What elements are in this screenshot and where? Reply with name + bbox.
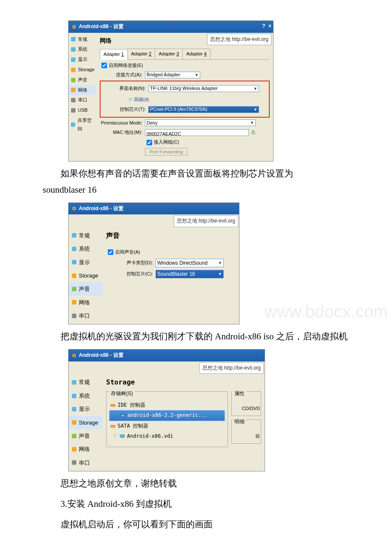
mac-value: 080027AEAD2C (147, 131, 181, 136)
sidebar-item-network[interactable]: 网络 (69, 442, 103, 456)
sidebar-item-usb[interactable]: USB (69, 105, 96, 116)
sidebar-item-disk[interactable]: Storage (69, 65, 96, 75)
sidebar: 常规系统显示Storage声音网络串口 (69, 227, 103, 324)
sidebar-label: 共享空间 (78, 116, 95, 133)
sidebar-item-folder[interactable]: 共享空间 (69, 116, 96, 134)
sidebar-item-chip[interactable]: 系统 (69, 389, 103, 402)
display-icon (71, 259, 77, 265)
adapter-tab-2[interactable]: Adapter 2 (127, 49, 156, 59)
sata-controller[interactable]: SATA 控制器 (109, 421, 225, 431)
disk-icon (71, 273, 77, 279)
folder-icon (70, 122, 76, 128)
enable-audio-checkbox[interactable] (108, 249, 113, 255)
ifname-value: TP-LINK 11b/g Wireless Adapter (150, 84, 218, 93)
adapter-tab-1[interactable]: Adapter 1 (100, 49, 128, 60)
audio-chip-select[interactable]: SoundBlaster 16▼ (156, 270, 224, 278)
vdi-item[interactable]: Android-x86.vdi (109, 431, 225, 442)
mac-input[interactable]: 080027AEAD2C (145, 129, 249, 136)
enable-network-checkbox[interactable] (101, 63, 107, 68)
watermark: 思想之地 http://be-evil.org (207, 34, 271, 46)
sidebar-item-serial[interactable]: 串口 (69, 456, 103, 469)
paragraph: 3.安装 Android-x86 到虚拟机 (43, 496, 349, 512)
sidebar-label: 串口 (78, 96, 87, 104)
window-title: Android-x86 - 设置 (79, 22, 124, 32)
sidebar-item-audio[interactable]: 声音 (69, 429, 103, 442)
sidebar-item-serial[interactable]: 串口 (69, 309, 103, 322)
network-icon (70, 87, 76, 93)
sidebar-item-network[interactable]: 网络 (69, 85, 96, 95)
svg-rect-9 (71, 108, 76, 113)
port-forward-label: Port Forwarding (150, 149, 183, 154)
sidebar-label: 声音 (78, 76, 87, 84)
adapter-tab-3[interactable]: Adapter 3 (155, 49, 183, 59)
audio-icon (71, 286, 77, 292)
svg-rect-3 (71, 47, 76, 52)
network-icon (71, 299, 77, 305)
window-title: Android-x86 - 设置 (79, 204, 124, 214)
svg-rect-29 (111, 404, 115, 406)
svg-rect-18 (72, 300, 77, 305)
monitor-icon (71, 379, 77, 385)
sidebar-item-audio[interactable]: 声音 (69, 75, 96, 85)
svg-rect-13 (72, 233, 77, 238)
sidebar-item-disk[interactable]: Storage (69, 416, 103, 429)
refresh-icon[interactable] (251, 130, 257, 136)
sidebar-label: 常规 (79, 377, 90, 387)
svg-point-31 (122, 415, 124, 416)
sidebar-item-network[interactable]: 网络 (69, 296, 103, 309)
svg-rect-10 (71, 122, 75, 127)
close-button[interactable]: × (268, 22, 271, 31)
sidebar-item-display[interactable]: 显示 (69, 55, 96, 65)
sidebar: 常规系统显示Storage声音网络串口 (69, 374, 103, 471)
ide-controller[interactable]: IDE 控制器 (109, 400, 225, 410)
svg-rect-32 (111, 425, 115, 427)
sidebar-label: 系统 (79, 391, 90, 401)
props-legend: 属性 (233, 389, 246, 399)
attach-label: 连接方式(A): (100, 71, 145, 79)
mac-label: MAC 地址(M): (100, 128, 145, 137)
ifname-select[interactable]: TP-LINK 11b/g Wireless Adapter▼ (148, 85, 259, 92)
sidebar-item-chip[interactable]: 系统 (69, 242, 103, 255)
audio-type-label: 声卡类型(D): (106, 259, 156, 267)
window-controls: ? × (262, 22, 271, 31)
sidebar-item-monitor[interactable]: 常规 (69, 35, 96, 45)
sidebar-label: USB (78, 106, 88, 115)
cable-checkbox[interactable] (147, 140, 152, 145)
attach-select[interactable]: Bridged Adapter▼ (145, 72, 200, 78)
svg-rect-5 (71, 68, 76, 72)
chip-select[interactable]: PCnet-PCI II (Am79C970A)▼ (148, 106, 259, 113)
svg-rect-4 (71, 58, 76, 62)
sidebar-item-monitor[interactable]: 常规 (69, 376, 103, 389)
svg-rect-19 (72, 314, 77, 318)
svg-rect-28 (72, 460, 77, 465)
audio-type-select[interactable]: Windows DirectSound▼ (156, 259, 224, 267)
hdd-icon (119, 433, 125, 439)
svg-rect-25 (72, 420, 77, 425)
sidebar-label: 显示 (79, 404, 90, 414)
prom-select[interactable]: Deny▼ (145, 119, 256, 126)
disc-icon (120, 413, 126, 419)
tree-legend: 存储树(S) (109, 389, 135, 399)
svg-rect-2 (71, 37, 76, 42)
chip-value: PCnet-PCI II (Am79C970A) (150, 105, 208, 114)
paragraph: 虚拟机启动后，你可以看到下面的画面 (43, 517, 349, 533)
iso-item[interactable]: android-x86-2.2-generic... (109, 410, 225, 421)
sidebar-item-audio[interactable]: 声音 (69, 282, 103, 295)
sidebar-label: 常规 (78, 35, 87, 44)
sidebar-item-chip[interactable]: 系统 (69, 44, 96, 55)
sidebar-item-display[interactable]: 显示 (69, 256, 103, 269)
help-button[interactable]: ? (262, 22, 265, 31)
sidebar-item-monitor[interactable]: 常规 (69, 229, 103, 242)
svg-rect-23 (72, 393, 77, 398)
sidebar-item-disk[interactable]: Storage (69, 269, 103, 282)
adapter-tabs: Adapter 1Adapter 2Adapter 3Adapter 4 (100, 49, 270, 60)
svg-rect-8 (71, 98, 76, 103)
sidebar-item-display[interactable]: 显示 (69, 402, 103, 416)
paragraph: 思想之地原创文章，谢绝转载 (43, 476, 349, 492)
sidebar-label: 声音 (79, 431, 90, 441)
sidebar-item-serial[interactable]: 串口 (69, 95, 96, 105)
sidebar-label: 网络 (79, 444, 90, 454)
port-forward-button[interactable]: Port Forwarding (145, 148, 187, 156)
advanced-toggle[interactable]: ▽ 高级(d) (129, 95, 266, 104)
adapter-tab-4[interactable]: Adapter 4 (182, 49, 210, 59)
